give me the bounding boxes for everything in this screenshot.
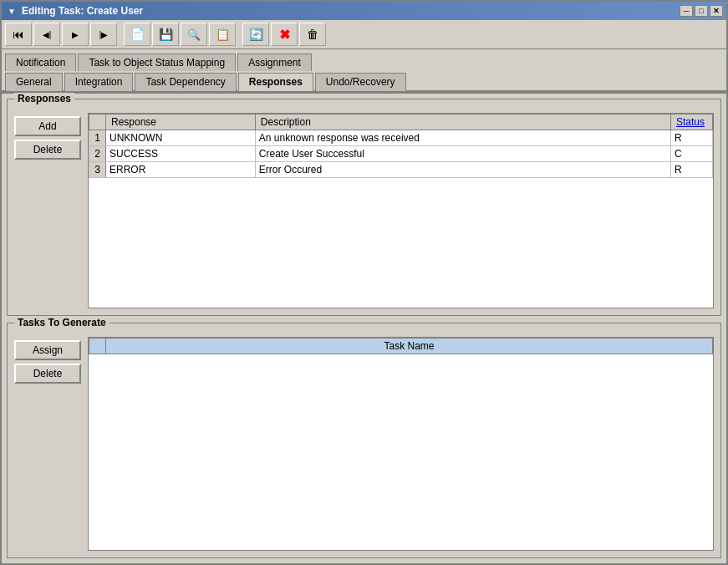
tab-task-dependency[interactable]: Task Dependency [135,73,236,91]
maximize-button[interactable]: □ [695,5,708,17]
trash-button[interactable]: 🗑 [299,23,326,46]
tasks-delete-button[interactable]: Delete [14,364,81,384]
col-description-header: Description [255,115,670,130]
tabs-row1: Notification Task to Object Status Mappi… [2,49,726,70]
responses-inner: Add Delete Response Description Status [14,113,714,308]
minimize-button[interactable]: ─ [680,5,693,17]
tasks-section: Tasks To Generate Assign Delete Task Nam… [7,323,721,558]
window-icon: ▼ [5,4,18,18]
last-button[interactable]: |▶ [90,23,117,46]
row-num: 1 [89,130,106,146]
responses-add-button[interactable]: Add [14,116,81,136]
tasks-col-num-header [89,338,106,354]
col-response-header: Response [106,115,256,130]
tasks-table: Task Name [89,338,713,354]
tasks-assign-button[interactable]: Assign [14,340,81,360]
tasks-col-taskname-header: Task Name [106,338,713,354]
paste-button[interactable]: 📋 [209,23,236,46]
delete-red-button[interactable]: ✖ [271,23,298,46]
response-cell: ERROR [106,162,256,178]
new-button[interactable]: 📄 [124,23,150,46]
content-area: Responses Add Delete Response Descriptio… [2,92,726,563]
responses-delete-button[interactable]: Delete [14,140,81,160]
table-row[interactable]: 3 ERROR Error Occured R [89,162,713,178]
status-cell: R [671,162,713,178]
tab-integration[interactable]: Integration [64,73,134,91]
find-button[interactable]: 🔍 [181,23,207,46]
next-button[interactable]: ▶ [62,23,89,46]
save-button[interactable]: 💾 [152,23,179,46]
row-num: 3 [89,162,106,178]
tasks-inner: Assign Delete Task Name [14,337,714,551]
tab-undo-recovery[interactable]: Undo/Recovery [315,73,406,91]
responses-label: Responses [14,93,74,104]
col-status-header[interactable]: Status [671,115,713,130]
window-controls: ─ □ ✕ [680,5,723,17]
prev-button[interactable]: ◀| [33,23,60,46]
window-title: Editing Task: Create User [22,5,680,17]
toolbar: ⏮ ◀| ▶ |▶ 📄 💾 🔍 📋 🔄 ✖ 🗑 [2,20,726,49]
table-row[interactable]: 1 UNKNOWN An unknown response was receiv… [89,130,713,146]
tab-responses[interactable]: Responses [238,73,313,91]
status-cell: C [671,146,713,162]
tasks-table-header: Task Name [89,338,713,354]
table-row[interactable]: 2 SUCCESS Create User Successful C [89,146,713,162]
response-cell: SUCCESS [106,146,256,162]
responses-buttons: Add Delete [14,113,81,308]
description-cell: Create User Successful [255,146,670,162]
row-num: 2 [89,146,106,162]
col-num-header [89,115,106,130]
tasks-buttons: Assign Delete [14,337,81,551]
first-button[interactable]: ⏮ [5,23,32,46]
main-window: ▼ Editing Task: Create User ─ □ ✕ ⏮ ◀| ▶… [0,0,728,565]
status-cell: R [671,130,713,146]
tasks-label: Tasks To Generate [14,317,109,328]
description-cell: Error Occured [255,162,670,178]
tabs-row2: General Integration Task Dependency Resp… [2,70,726,92]
tab-general[interactable]: General [5,73,63,91]
description-cell: An unknown response was received [255,130,670,146]
refresh-button[interactable]: 🔄 [242,23,269,46]
tab-assignment[interactable]: Assignment [237,53,312,71]
tab-notification[interactable]: Notification [5,53,76,71]
responses-table-header: Response Description Status [89,115,713,130]
title-bar: ▼ Editing Task: Create User ─ □ ✕ [2,2,726,20]
responses-table-container: Response Description Status 1 UNKNOWN An… [88,113,714,308]
tab-task-to-object[interactable]: Task to Object Status Mapping [78,53,236,71]
close-button[interactable]: ✕ [710,5,723,17]
responses-section: Responses Add Delete Response Descriptio… [7,99,721,316]
responses-table: Response Description Status 1 UNKNOWN An… [89,114,713,178]
response-cell: UNKNOWN [106,130,256,146]
tasks-table-container: Task Name [88,337,714,551]
